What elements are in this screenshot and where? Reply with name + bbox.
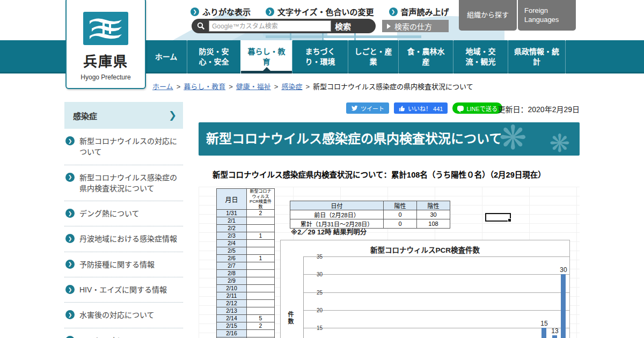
column-header: 月日	[217, 189, 247, 210]
active-tab-underline	[241, 71, 292, 74]
date-cell: 2/7	[217, 262, 247, 270]
sidebar-item[interactable]: ❯HIV・エイズに関する情報	[64, 277, 183, 303]
search-help-button[interactable]: 検索の仕方	[382, 20, 449, 32]
sidebar-title[interactable]: 感染症 ❯	[64, 102, 183, 129]
breadcrumb-separator: >	[305, 83, 310, 91]
chart-plot-area: 3530252015151330	[303, 256, 569, 338]
value-cell: 5	[247, 315, 275, 322]
chart-y-axis-label: 件数	[286, 311, 295, 325]
logo-subtitle: Hyogo Prefecture	[67, 74, 145, 81]
nav-item-7[interactable]: 地域・交流・観光	[453, 40, 508, 74]
breadcrumb-current: 新型コロナウイルス感染症の県内検査状況について	[313, 83, 473, 91]
header-quick-links: ❯ふりがな表示❯文字サイズ・色合いの変更❯音声読み上げ	[191, 6, 449, 17]
page: ❯ふりがな表示❯文字サイズ・色合いの変更❯音声読み上げ 検索 検索の仕方 組織か…	[0, 0, 644, 338]
nav-item-4[interactable]: まちづくり・環境	[292, 40, 348, 74]
arrow-circle-icon: ❯	[65, 173, 75, 182]
logo-title: 兵庫県	[67, 50, 145, 70]
arrow-circle-icon: ❯	[65, 336, 75, 338]
breadcrumb-link[interactable]: 健康・福祉	[236, 83, 271, 91]
sidebar-item[interactable]: ❯水害後の対応について	[64, 303, 183, 328]
breadcrumb-link[interactable]: ホーム	[152, 83, 173, 91]
sidebar-item-label: ハンセン病について	[79, 335, 147, 338]
sidebar-item[interactable]: ❯新型コロナウイルスの対応について	[64, 129, 183, 165]
foreign-languages-button[interactable]: Foreign Languages	[518, 0, 576, 31]
chart-y-tick-label: 30	[304, 271, 323, 277]
prefecture-logo[interactable]: 兵庫県 Hyogo Prefecture	[65, 0, 146, 89]
sidebar-item[interactable]: ❯新型コロナウイルス感染症の県内検査状況について	[64, 165, 183, 202]
summary-line: 新型コロナウイルス感染症県内検査状況について：累計108名（うち陽性０名）（2月…	[213, 168, 546, 180]
arrow-circle-icon: ❯	[65, 136, 75, 145]
quick-link[interactable]: ❯ふりがな表示	[191, 6, 251, 17]
value-cell	[247, 270, 275, 277]
date-cell: 2/15	[217, 322, 247, 330]
breadcrumb-link[interactable]: 感染症	[281, 83, 302, 91]
quick-link[interactable]: ❯音声読み上げ	[389, 6, 449, 17]
value-cell	[247, 330, 275, 337]
table-row: 1/312	[217, 210, 275, 217]
nav-item-5[interactable]: しごと・産業	[348, 40, 398, 74]
arrow-circle-icon: ❯	[65, 285, 75, 294]
table-row: 2/1	[217, 217, 275, 225]
table-row: 2/61	[217, 255, 275, 262]
date-cell: 2/5	[217, 247, 247, 255]
sidebar-item-label: 予防接種に関する情報	[79, 259, 155, 270]
value-cell	[247, 225, 275, 232]
search-help-label: 検索の仕方	[394, 21, 432, 32]
quick-link[interactable]: ❯文字サイズ・色合いの変更	[266, 6, 374, 17]
arrow-circle-icon: ❯	[266, 8, 274, 16]
search-bar: 検索	[192, 19, 376, 33]
flower-icon: ❋	[499, 122, 527, 156]
page-title-banner: 新型コロナウイルス感染症の県内検査状況について ❋ ❋	[199, 122, 580, 156]
breadcrumb-link[interactable]: 暮らし・教育	[184, 83, 225, 91]
sidebar-item-label: HIV・エイズに関する情報	[79, 284, 167, 295]
line-share-button[interactable]: LINEで送る	[452, 102, 502, 114]
sidebar-item[interactable]: ❯丹波地域における感染症情報	[64, 226, 183, 252]
arrow-circle-icon: ❯	[389, 8, 398, 16]
sidebar-item-label: 水害後の対応について	[79, 310, 155, 320]
excel-selection-box	[485, 213, 511, 222]
chart-bar	[561, 274, 566, 338]
quick-link-label: ふりがな表示	[202, 6, 251, 17]
chart-title: 新型コロナウィルスPCR検査件数	[281, 244, 569, 255]
nav-item-3[interactable]: 暮らし・教育	[240, 40, 292, 74]
nav-item-8[interactable]: 県政情報・統計	[508, 40, 566, 74]
column-header: 陰性	[417, 201, 450, 210]
pcr-bar-chart: 新型コロナウィルスPCR検査件数 件数 3530252015151330	[280, 240, 570, 338]
chart-bar	[552, 335, 557, 338]
sidebar-item[interactable]: ❯デング熱について	[64, 201, 183, 226]
nav-item-1[interactable]: ホーム	[145, 40, 187, 74]
chart-gridline	[304, 310, 569, 311]
social-buttons: ツイート いいね！ 441 LINEで送る	[346, 102, 502, 114]
org-search-button[interactable]: 組織から探す	[459, 0, 517, 31]
breadcrumb-separator: >	[229, 83, 233, 91]
chart-gridline	[304, 328, 569, 328]
result-cell: 108	[417, 219, 450, 229]
table-row: 2/7	[217, 262, 275, 270]
date-cell: 1/31	[217, 210, 247, 217]
date-cell: 2/12	[217, 300, 247, 307]
sidebar-item[interactable]: ❯予防接種に関する情報	[64, 252, 183, 277]
search-button[interactable]: 検索	[335, 20, 351, 32]
search-input[interactable]	[209, 20, 331, 32]
facebook-like-button[interactable]: いいね！ 441	[394, 102, 448, 114]
value-cell	[247, 247, 275, 255]
table-row: 2/12	[217, 300, 275, 307]
tweet-button[interactable]: ツイート	[346, 102, 389, 114]
table-row: 2/11	[217, 292, 275, 300]
date-cell: 2/8	[217, 270, 247, 277]
tweet-label: ツイート	[361, 104, 384, 113]
line-label: LINEで送る	[466, 104, 497, 113]
table-row: 2/16	[217, 330, 275, 337]
breadcrumb-separator: >	[274, 83, 279, 91]
date-cell: 2/4	[217, 240, 247, 247]
sidebar-item[interactable]: ❯ハンセン病について	[64, 328, 183, 338]
pcr-count-table: 月日新型コロナウィルスPCR検査件数 1/3122/12/22/312/42/5…	[216, 188, 275, 338]
result-cell: 0	[384, 210, 417, 219]
chart-bar-value-label: 15	[536, 320, 552, 327]
nav-item-6[interactable]: 食・農林水産	[398, 40, 453, 74]
sidebar-item-label: 新型コロナウイルス感染症の県内検査状況について	[79, 172, 181, 194]
table-row: 2/145	[217, 315, 275, 322]
table-row: 2/8	[217, 270, 275, 277]
breadcrumb: ホーム>暮らし・教育>健康・福祉>感染症>新型コロナウイルス感染症の県内検査状況…	[152, 81, 473, 91]
nav-item-2[interactable]: 防災・安心・安全	[187, 40, 240, 74]
